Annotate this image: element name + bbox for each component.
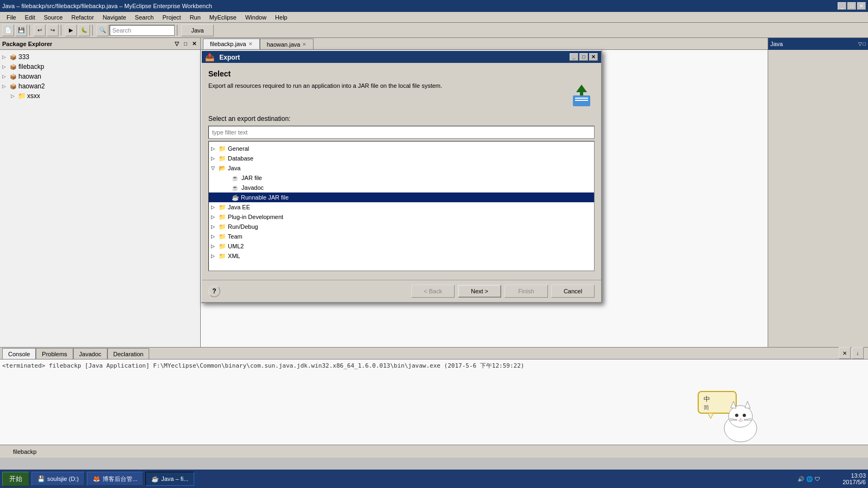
bottom-tab-problems[interactable]: Problems	[36, 348, 73, 359]
export-tree-java-ee[interactable]: ▷ 📁 Java EE	[209, 202, 594, 212]
toolbar-search-btn[interactable]: 🔍	[97, 24, 108, 36]
toolbar-redo[interactable]: ↪	[47, 24, 59, 36]
export-tree[interactable]: ▷ 📁 General ▷ 📁 Database ▽	[208, 141, 595, 271]
export-tree-general[interactable]: ▷ 📁 General	[209, 144, 594, 153]
tree-toggle-haowan2[interactable]: ▷	[2, 84, 9, 89]
search-box[interactable]: Search	[110, 25, 175, 36]
minimize-button[interactable]: _	[838, 2, 846, 10]
tree-toggle-xsxx[interactable]: ▷	[11, 93, 17, 99]
export-tree-uml2[interactable]: ▷ 📁 UML2	[209, 241, 594, 251]
tree-item-xsxx[interactable]: ▷ 📁 xsxx	[0, 91, 200, 101]
menu-refactor[interactable]: Refactor	[67, 13, 99, 22]
cancel-button[interactable]: Cancel	[551, 285, 595, 298]
export-tree-plugin[interactable]: ▷ 📁 Plug-in Development	[209, 212, 594, 222]
export-tree-xml[interactable]: ▷ 📁 XML	[209, 251, 594, 261]
tab-close-haowan[interactable]: ✕	[302, 42, 307, 47]
expand-icon-java-ee[interactable]: ▷	[211, 204, 219, 210]
menu-file[interactable]: File	[2, 13, 21, 22]
bottom-tab-console[interactable]: Console	[2, 348, 36, 359]
toolbar-new[interactable]: 📄	[2, 24, 14, 36]
taskbar-item-java[interactable]: ☕ Java – fi...	[145, 472, 194, 486]
panel-minimize-icon[interactable]: ▽	[173, 40, 181, 48]
toolbar-undo[interactable]: ↩	[34, 24, 46, 36]
tree-item-haowan[interactable]: ▷ 📦 haowan	[0, 72, 200, 81]
tree-toggle-333[interactable]: ▷	[2, 54, 9, 60]
expand-icon-database[interactable]: ▷	[211, 156, 219, 161]
tree-toggle-haowan[interactable]: ▷	[2, 74, 9, 79]
menu-edit[interactable]: Edit	[21, 13, 40, 22]
next-button[interactable]: Next >	[458, 285, 501, 298]
right-panel-maximize[interactable]: □	[863, 41, 866, 47]
expand-icon-java[interactable]: ▽	[211, 165, 219, 171]
back-button[interactable]: < Back	[411, 285, 455, 298]
toolbar-java[interactable]: Java	[181, 24, 214, 36]
export-filter-input[interactable]	[208, 126, 595, 139]
panel-close-icon[interactable]: ✕	[190, 40, 198, 48]
search-placeholder: Search	[112, 27, 131, 34]
panel-maximize-icon[interactable]: □	[182, 40, 189, 48]
package-icon-haowan: 📦	[9, 72, 17, 81]
menu-help[interactable]: Help	[271, 13, 292, 22]
main-area: Package Explorer ▽ □ ✕ ▷ 📦 333 ▷ 📦 fileb…	[0, 38, 868, 347]
help-button[interactable]: ?	[208, 285, 220, 297]
taskbar-item-soulsjie[interactable]: 💾 soulsjie (D:)	[31, 472, 85, 486]
title-bar: Java – filebackp/src/filebackp/filebackp…	[0, 0, 868, 12]
expand-icon-team[interactable]: ▷	[211, 234, 219, 239]
console-clear-btn[interactable]: ✕	[839, 347, 851, 359]
expand-icon-xml[interactable]: ▷	[211, 253, 219, 259]
tab-haowan[interactable]: haowan.java ✕	[260, 38, 314, 49]
toolbar-debug[interactable]: 🐛	[78, 24, 90, 36]
export-label-uml2: UML2	[226, 243, 244, 249]
menu-project[interactable]: Project	[158, 13, 185, 22]
menu-myeclipse[interactable]: MyEclipse	[205, 13, 241, 22]
modal-minimize-button[interactable]: _	[570, 53, 578, 61]
export-tree-runnable-jar[interactable]: ☕ Runnable JAR file	[209, 192, 594, 202]
modal-maximize-button[interactable]: □	[579, 53, 588, 61]
right-panel-minimize[interactable]: ▽	[858, 41, 862, 47]
expand-icon-rundebug[interactable]: ▷	[211, 224, 219, 229]
tree-item-haowan2[interactable]: ▷ 📦 haowan2	[0, 81, 200, 91]
export-tree-java[interactable]: ▽ 📂 Java	[209, 163, 594, 173]
export-label-jar-file: JAR file	[240, 175, 262, 181]
menu-window[interactable]: Window	[241, 13, 271, 22]
start-button[interactable]: 开始	[2, 472, 29, 486]
package-explorer-title: Package Explorer	[2, 41, 52, 47]
tab-bar: filebackp.java ✕ haowan.java ✕	[201, 38, 768, 50]
export-dialog: 📤 Export _ □ ✕ Select Export all resourc…	[201, 50, 602, 303]
tree-item-333[interactable]: ▷ 📦 333	[0, 52, 200, 62]
maximize-button[interactable]: □	[847, 2, 856, 10]
toolbar-run[interactable]: ▶	[65, 24, 77, 36]
export-section-title: Select	[208, 69, 595, 78]
bottom-tab-javadoc[interactable]: Javadoc	[73, 348, 107, 359]
export-tree-jar-file[interactable]: ☕ JAR file	[209, 173, 594, 183]
menu-run[interactable]: Run	[186, 13, 205, 22]
expand-icon-plugin[interactable]: ▷	[211, 214, 219, 220]
export-icon-svg	[569, 82, 595, 108]
modal-title-buttons: _ □ ✕	[570, 53, 598, 61]
menu-source[interactable]: Source	[40, 13, 67, 22]
finish-button[interactable]: Finish	[505, 285, 548, 298]
export-tree-rundebug[interactable]: ▷ 📁 Run/Debug	[209, 222, 594, 232]
folder-icon-database: 📁	[219, 155, 226, 162]
bottom-tab-declaration[interactable]: Declaration	[107, 348, 150, 359]
export-tree-team[interactable]: ▷ 📁 Team	[209, 232, 594, 241]
close-button[interactable]: ✕	[857, 2, 866, 10]
export-tree-database[interactable]: ▷ 📁 Database	[209, 153, 594, 163]
expand-icon-uml2[interactable]: ▷	[211, 243, 219, 249]
tab-close-filebackp[interactable]: ✕	[248, 41, 253, 47]
modal-close-button[interactable]: ✕	[589, 53, 598, 61]
expand-icon-general[interactable]: ▷	[211, 146, 219, 151]
menu-navigate[interactable]: Navigate	[98, 13, 130, 22]
tab-filebackp[interactable]: filebackp.java ✕	[203, 38, 260, 49]
footer-right: < Back Next > Finish Cancel	[411, 285, 595, 298]
console-scroll-btn[interactable]: ↓	[852, 347, 864, 359]
tree-item-filebackp[interactable]: ▷ 📦 filebackp	[0, 62, 200, 72]
taskbar-item-blog[interactable]: 🦊 博客后台管...	[87, 472, 143, 486]
tree-label-333: 333	[18, 53, 29, 61]
toolbar-save[interactable]: 💾	[15, 24, 27, 36]
taskbar: 开始 💾 soulsjie (D:) 🦊 博客后台管... ☕ Java – f…	[0, 470, 868, 488]
menu-search[interactable]: Search	[131, 13, 158, 22]
export-dialog-body: Select Export all resources required to …	[202, 63, 601, 278]
tree-toggle-filebackp[interactable]: ▷	[2, 64, 9, 69]
export-tree-javadoc[interactable]: ☕ Javadoc	[209, 183, 594, 192]
